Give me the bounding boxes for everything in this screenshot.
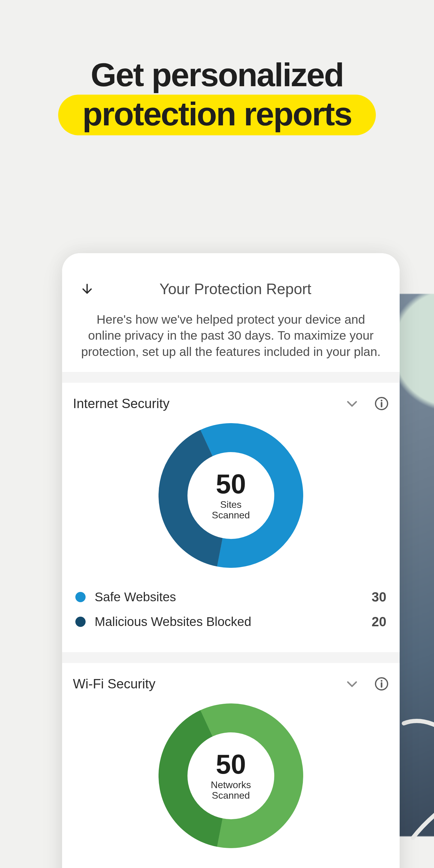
internet-security-section: Internet Security 50 Sites Scanned [62,383,400,652]
internet-legend: Safe Websites 30 Malicious Websites Bloc… [73,585,389,634]
internet-donut-chart: 50 Sites Scanned [73,423,389,568]
section-header: Wi-Fi Security [73,676,389,691]
page-description: Here's how we've helped protect your dev… [74,312,388,360]
info-icon[interactable] [374,677,389,691]
donut-label: Networks Scanned [201,780,261,801]
donut-label: Sites Scanned [201,499,261,521]
info-icon[interactable] [374,396,389,411]
hero-highlight: protection reports [58,95,375,135]
wifi-donut-chart: 50 Networks Scanned [73,704,389,848]
legend-row: Safe Websites 30 [75,585,386,610]
legend-row: Malicious Websites Blocked 20 [75,610,386,634]
chevron-down-icon[interactable] [345,677,359,691]
donut-value: 50 [216,470,246,498]
section-divider [62,652,400,663]
donut-center: 50 Sites Scanned [158,423,303,568]
wifi-security-section: Wi-Fi Security 50 Networks Scanned [62,663,400,868]
legend-label: Malicious Websites Blocked [95,615,363,629]
background-photo [398,294,434,836]
title-row: Your Protection Report [74,280,388,298]
hero: Get personalized protection reports [0,0,434,135]
hero-line2: protection reports [82,96,351,131]
legend-value: 30 [372,590,386,604]
section-header: Internet Security [73,396,389,411]
hero-line1: Get personalized [0,57,434,92]
legend-dot [75,617,86,627]
page-title: Your Protection Report [83,280,388,298]
section-title: Wi-Fi Security [73,676,345,691]
phone-mockup: Your Protection Report Here's how we've … [62,253,400,868]
report-header: Your Protection Report Here's how we've … [62,253,400,372]
svg-point-3 [381,400,382,401]
chevron-down-icon[interactable] [345,396,359,411]
svg-point-8 [381,680,382,682]
legend-dot [75,592,86,602]
section-divider [62,372,400,383]
section-title: Internet Security [73,396,345,411]
legend-label: Safe Websites [95,590,363,604]
donut-value: 50 [216,751,246,778]
legend-value: 20 [372,614,386,629]
donut-center: 50 Networks Scanned [158,704,303,848]
